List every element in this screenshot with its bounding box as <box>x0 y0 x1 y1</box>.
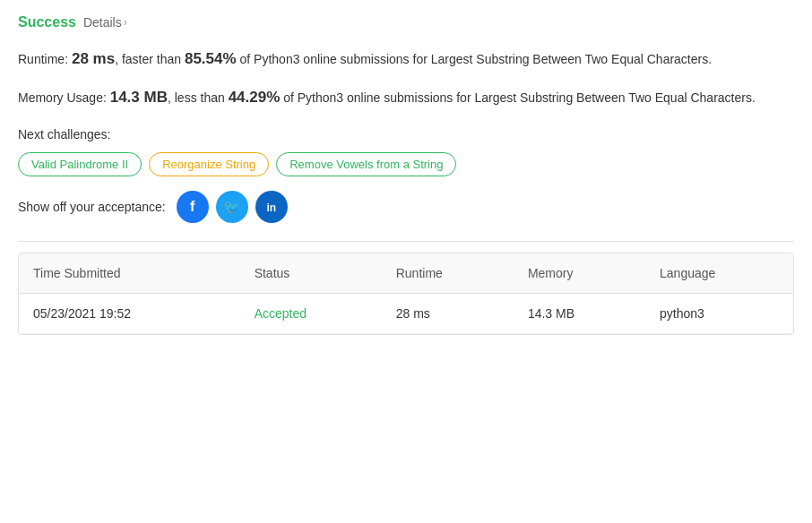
success-label: Success <box>18 14 76 30</box>
col-language: Language <box>645 253 793 294</box>
divider <box>18 241 794 242</box>
col-status: Status <box>240 253 382 294</box>
linkedin-icon <box>266 199 276 215</box>
challenges-row: Valid Palindrome II Reorganize String Re… <box>18 152 794 176</box>
memory-value: 14.3 MB <box>110 89 168 106</box>
cell-runtime: 28 ms <box>382 294 514 334</box>
submissions-table: Time Submitted Status Runtime Memory Lan… <box>19 253 793 334</box>
next-challenges-label: Next challenges: <box>18 127 794 141</box>
runtime-suffix-end: of Python3 online submissions for Larges… <box>237 52 712 66</box>
memory-prefix: Memory Usage: <box>18 90 110 105</box>
header-row: Success Details › <box>18 14 794 30</box>
runtime-percent: 85.54% <box>185 50 237 67</box>
memory-suffix-end: of Python3 online submissions for Larges… <box>280 90 755 105</box>
runtime-value: 28 ms <box>72 50 115 67</box>
chevron-icon: › <box>124 16 127 29</box>
cell-status: Accepted <box>240 294 382 334</box>
accepted-status[interactable]: Accepted <box>255 306 307 321</box>
cell-time: 05/23/2021 19:52 <box>19 294 240 334</box>
show-acceptance-label: Show off your acceptance: <box>18 200 166 214</box>
table-header-row: Time Submitted Status Runtime Memory Lan… <box>19 253 793 294</box>
linkedin-button[interactable] <box>255 191 288 223</box>
twitter-icon: 🐦 <box>223 199 240 215</box>
table-row: 05/23/2021 19:52 Accepted 28 ms 14.3 MB … <box>19 294 793 334</box>
col-time-submitted: Time Submitted <box>19 253 240 294</box>
runtime-suffix-start: , faster than <box>115 52 185 66</box>
memory-suffix-start: , less than <box>168 90 229 105</box>
challenge-badge-1[interactable]: Reorganize String <box>149 152 269 176</box>
show-acceptance-row: Show off your acceptance: 🐦 <box>18 191 794 223</box>
challenge-badge-0[interactable]: Valid Palindrome II <box>18 152 142 176</box>
social-icons: 🐦 <box>177 191 288 223</box>
facebook-icon <box>190 199 194 215</box>
challenge-badge-2[interactable]: Remove Vowels from a String <box>276 152 456 176</box>
cell-language: python3 <box>645 294 793 334</box>
submissions-table-wrapper: Time Submitted Status Runtime Memory Lan… <box>18 253 794 335</box>
details-label: Details <box>83 15 122 30</box>
memory-percent: 44.29% <box>229 89 281 106</box>
runtime-block: Runtime: 28 ms, faster than 85.54% of Py… <box>18 47 794 71</box>
twitter-button[interactable]: 🐦 <box>216 191 248 223</box>
memory-block: Memory Usage: 14.3 MB, less than 44.29% … <box>18 85 794 109</box>
runtime-prefix: Runtime: <box>18 52 72 66</box>
cell-memory: 14.3 MB <box>514 294 645 334</box>
details-link[interactable]: Details › <box>83 15 127 30</box>
facebook-button[interactable] <box>177 191 209 223</box>
col-memory: Memory <box>514 253 645 294</box>
col-runtime: Runtime <box>382 253 514 294</box>
main-container: Success Details › Runtime: 28 ms, faster… <box>0 0 812 349</box>
